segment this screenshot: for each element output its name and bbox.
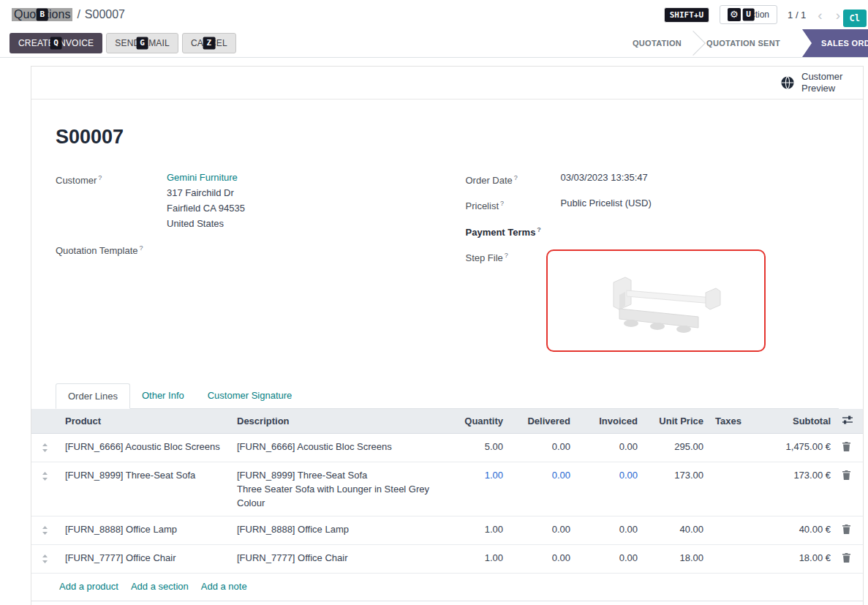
cell-description[interactable]: [FURN_8999] Three-Seat Sofa Three Seater… bbox=[231, 462, 445, 516]
customer-address-line2: Fairfield CA 94535 bbox=[167, 200, 245, 216]
cell-taxes[interactable] bbox=[709, 544, 750, 573]
table-row[interactable]: [FURN_6666] Acoustic Bloc Screens [FURN_… bbox=[31, 433, 863, 462]
optional-columns-icon[interactable] bbox=[842, 416, 853, 424]
cell-invoiced[interactable]: 0.00 bbox=[576, 433, 644, 462]
header-taxes[interactable]: Taxes bbox=[709, 409, 750, 434]
cell-unit-price[interactable]: 40.00 bbox=[644, 516, 709, 544]
tab-other-info[interactable]: Other Info bbox=[130, 383, 196, 408]
cell-description[interactable]: [FURN_7777] Office Chair bbox=[231, 544, 445, 573]
pricelist-value[interactable]: Public Pricelist (USD) bbox=[561, 196, 652, 214]
breadcrumb-parent-quotations[interactable]: Quotations B bbox=[12, 8, 72, 21]
hint-badge-action: U bbox=[742, 9, 755, 21]
cell-description[interactable]: [FURN_8888] Office Lamp bbox=[231, 516, 445, 544]
create-invoice-button[interactable]: CREATE INVOICE Q bbox=[10, 33, 102, 53]
pager-previous-icon[interactable]: ‹ bbox=[816, 8, 823, 22]
notebook-tabs: Order Lines Other Info Customer Signatur… bbox=[56, 383, 839, 409]
hint-badge-send-email: G bbox=[136, 37, 148, 50]
header-invoiced[interactable]: Invoiced bbox=[576, 409, 644, 434]
header-subtotal[interactable]: Subtotal bbox=[750, 409, 837, 434]
cell-product[interactable]: [FURN_7777] Office Chair bbox=[59, 544, 231, 573]
cancel-button[interactable]: CANCEL Z bbox=[182, 33, 236, 53]
hint-badge-breadcrumb: B bbox=[36, 9, 48, 21]
drag-handle-icon[interactable] bbox=[31, 544, 59, 573]
customer-label: Customer? bbox=[56, 170, 167, 231]
cell-taxes[interactable] bbox=[709, 516, 750, 544]
right-field-group: Order Date? 03/03/2023 13:35:47 Pricelis… bbox=[466, 170, 839, 360]
cell-taxes[interactable] bbox=[709, 433, 750, 462]
cell-product[interactable]: [FURN_8888] Office Lamp bbox=[59, 516, 231, 544]
form-sheet: Customer Preview S00007 Customer? Gemini… bbox=[31, 66, 864, 605]
gear-icon: ⚙ bbox=[728, 8, 741, 21]
field-pricelist: Pricelist? Public Pricelist (USD) bbox=[466, 196, 839, 214]
add-a-section-link[interactable]: Add a section bbox=[131, 581, 189, 592]
cell-invoiced[interactable]: 0.00 bbox=[576, 462, 644, 516]
cell-delivered[interactable]: 0.00 bbox=[509, 462, 576, 516]
customer-address-line3: United States bbox=[167, 216, 245, 231]
order-date-label-text: Order Date bbox=[466, 175, 513, 186]
customer-preview-link[interactable]: Customer Preview bbox=[801, 71, 850, 95]
cell-taxes[interactable] bbox=[709, 462, 750, 516]
delete-row-icon[interactable] bbox=[837, 544, 863, 573]
table-row[interactable]: [FURN_8888] Office Lamp [FURN_8888] Offi… bbox=[31, 516, 863, 544]
order-date-label: Order Date? bbox=[466, 170, 561, 188]
delete-row-icon[interactable] bbox=[837, 433, 863, 462]
cell-quantity[interactable]: 1.00 bbox=[445, 516, 509, 544]
cell-subtotal: 18.00 € bbox=[750, 544, 837, 573]
drag-handle-icon[interactable] bbox=[31, 433, 59, 462]
help-marker-icon: ? bbox=[98, 174, 102, 181]
header-delivered[interactable]: Delivered bbox=[509, 409, 576, 434]
step-file-label-text: Step File bbox=[466, 252, 503, 263]
header-unit-price[interactable]: Unit Price bbox=[644, 409, 709, 434]
cell-unit-price[interactable]: 173.00 bbox=[644, 462, 709, 516]
hint-badge-close[interactable]: Cl bbox=[843, 10, 867, 27]
left-field-group: Customer? Gemini Furniture 317 Fairchild… bbox=[56, 170, 429, 360]
sheet-body: S00007 Customer? Gemini Furniture 317 Fa… bbox=[31, 99, 863, 605]
table-row[interactable]: [FURN_7777] Office Chair [FURN_7777] Off… bbox=[31, 544, 863, 573]
add-a-note-link[interactable]: Add a note bbox=[201, 581, 247, 592]
pager-next-icon[interactable]: › bbox=[834, 8, 842, 22]
cell-quantity[interactable]: 5.00 bbox=[445, 433, 509, 462]
drag-handle-icon[interactable] bbox=[31, 516, 59, 544]
table-row[interactable]: [FURN_8999] Three-Seat Sofa [FURN_8999] … bbox=[31, 462, 863, 516]
field-order-date: Order Date? 03/03/2023 13:35:47 bbox=[466, 170, 839, 188]
cell-delivered[interactable]: 0.00 bbox=[509, 433, 576, 462]
delete-row-icon[interactable] bbox=[837, 462, 863, 516]
cell-quantity[interactable]: 1.00 bbox=[445, 544, 509, 573]
payment-terms-label: Payment Terms? bbox=[466, 222, 561, 240]
header-product[interactable]: Product bbox=[59, 409, 231, 434]
topbar-right-cluster: SHIFT+U ⚙ Action U 1 / 1 ‹ › Cl bbox=[664, 5, 856, 24]
sheet-top-bar: Customer Preview bbox=[31, 67, 863, 99]
cell-invoiced[interactable]: 0.00 bbox=[576, 544, 644, 573]
description-line1: [FURN_7777] Office Chair bbox=[237, 551, 439, 565]
tab-order-lines[interactable]: Order Lines bbox=[56, 383, 130, 409]
cell-delivered[interactable]: 0.00 bbox=[509, 516, 576, 544]
header-optional-columns[interactable] bbox=[837, 409, 863, 434]
action-menu-button[interactable]: ⚙ Action U bbox=[720, 5, 777, 24]
cell-unit-price[interactable]: 18.00 bbox=[644, 544, 709, 573]
add-a-product-link[interactable]: Add a product bbox=[59, 581, 118, 592]
payment-terms-label-text: Payment Terms bbox=[466, 227, 536, 238]
send-email-button[interactable]: SEND EMAIL G bbox=[106, 33, 178, 53]
order-date-value[interactable]: 03/03/2023 13:35:47 bbox=[561, 170, 648, 188]
cell-delivered[interactable]: 0.00 bbox=[509, 544, 576, 573]
field-grid: Customer? Gemini Furniture 317 Fairchild… bbox=[56, 170, 839, 360]
status-step-sales-order-active[interactable]: SALES ORDER bbox=[802, 29, 868, 57]
delete-row-icon[interactable] bbox=[837, 516, 863, 544]
header-quantity[interactable]: Quantity bbox=[445, 409, 509, 434]
field-step-file: Step File? bbox=[466, 248, 839, 352]
drag-handle-icon[interactable] bbox=[31, 462, 59, 516]
cell-invoiced[interactable]: 0.00 bbox=[576, 516, 644, 544]
cell-product[interactable]: [FURN_8999] Three-Seat Sofa bbox=[59, 462, 231, 516]
cell-unit-price[interactable]: 295.00 bbox=[644, 433, 709, 462]
step-file-3d-render bbox=[568, 260, 744, 341]
cell-product[interactable]: [FURN_6666] Acoustic Bloc Screens bbox=[59, 433, 231, 462]
customer-value: Gemini Furniture 317 Fairchild Dr Fairfi… bbox=[167, 170, 245, 231]
header-description[interactable]: Description bbox=[231, 409, 445, 434]
step-file-image[interactable] bbox=[546, 249, 766, 352]
tab-customer-signature[interactable]: Customer Signature bbox=[196, 383, 304, 408]
cell-quantity[interactable]: 1.00 bbox=[445, 462, 509, 516]
cell-description[interactable]: [FURN_6666] Acoustic Bloc Screens bbox=[231, 433, 445, 462]
breadcrumb-separator: / bbox=[77, 8, 80, 21]
status-step-quotation-sent[interactable]: QUOTATION SENT bbox=[692, 29, 795, 57]
customer-link[interactable]: Gemini Furniture bbox=[167, 172, 238, 183]
